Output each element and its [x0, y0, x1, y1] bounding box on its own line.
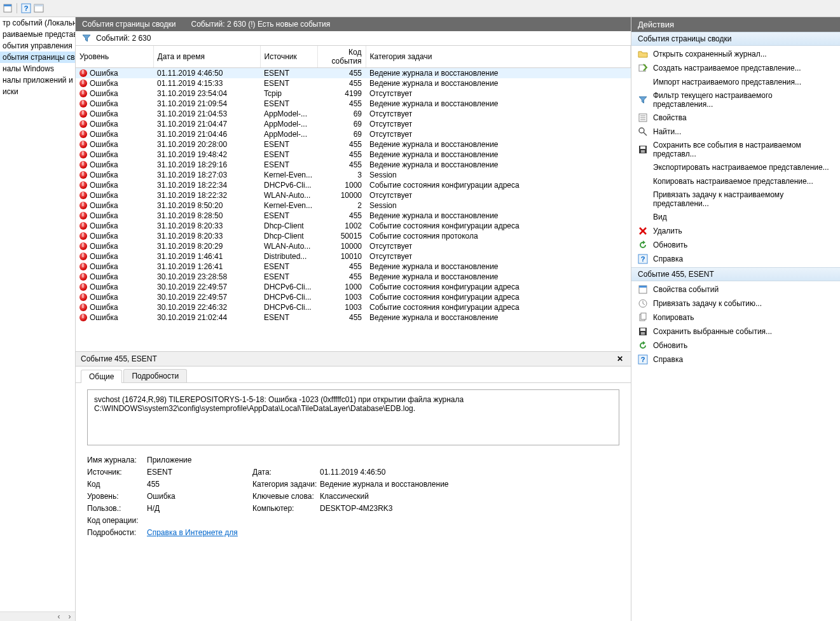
action-item[interactable]: Создать настраиваемое представление... — [634, 61, 837, 75]
event-row[interactable]: Ошибка31.10.2019 8:20:33Dhcp-Client1002С… — [76, 221, 631, 231]
file-icon[interactable] — [3, 3, 13, 13]
detail-title: Событие 455, ESENT — [81, 354, 157, 363]
event-row[interactable]: Ошибка31.10.2019 23:54:04Tcpip4199Отсутс… — [76, 88, 631, 99]
column-source[interactable]: Источник — [260, 46, 317, 68]
event-row[interactable]: Ошибка30.10.2019 22:49:57DHCPv6-Cli...10… — [76, 292, 631, 302]
action-item[interactable]: Привязать задачу к событию... — [634, 297, 837, 310]
action-item[interactable]: Свойства — [634, 111, 837, 125]
task-cell: Событие состояния конфигурации адреса — [366, 221, 631, 231]
code-cell: 455 — [317, 78, 366, 88]
event-row[interactable]: Ошибка01.11.2019 4:46:50ESENT455Ведение … — [76, 68, 631, 79]
scroll-right-icon[interactable]: › — [64, 612, 75, 621]
tab-details[interactable]: Подробности — [123, 369, 187, 382]
event-row[interactable]: Ошибка31.10.2019 18:27:03Kernel-Even...3… — [76, 170, 631, 180]
action-label: Найти... — [653, 127, 681, 136]
action-item[interactable]: Копировать — [634, 310, 837, 324]
action-item[interactable]: Вид — [634, 210, 837, 224]
source-cell: WLAN-Auto... — [260, 190, 317, 200]
source-cell: AppModel-... — [260, 109, 317, 119]
error-icon — [79, 161, 87, 169]
event-row[interactable]: Ошибка30.10.2019 22:49:57DHCPv6-Cli...10… — [76, 282, 631, 292]
action-item[interactable]: Обновить — [634, 238, 837, 252]
level-value: Ошибка — [147, 492, 249, 501]
tree-item[interactable]: иски — [0, 86, 75, 97]
event-row[interactable]: Ошибка30.10.2019 22:46:32DHCPv6-Cli...10… — [76, 302, 631, 312]
filter-count: Событий: 2 630 — [96, 34, 151, 43]
action-label: Сохранить выбранные события... — [653, 327, 772, 336]
tree-item[interactable]: раиваемые представл — [0, 29, 75, 40]
event-row[interactable]: Ошибка01.11.2019 4:15:33ESENT455Ведение … — [76, 78, 631, 88]
tree-item[interactable]: налы Windows — [0, 63, 75, 74]
action-item[interactable]: Фильтр текущего настраиваемого представл… — [634, 89, 837, 111]
online-help-link[interactable]: Справка в Интернете для — [147, 528, 238, 537]
action-item[interactable]: Сохранить выбранные события... — [634, 324, 837, 338]
level-text: Ошибка — [90, 69, 118, 78]
task-cell: Отсутствует — [366, 109, 631, 119]
tree-horizontal-scrollbar[interactable]: ‹ › — [0, 611, 75, 621]
tab-general[interactable]: Общие — [81, 370, 122, 383]
action-item[interactable]: Экспортировать настраиваемое представлен… — [634, 160, 837, 174]
action-item[interactable]: Импорт настраиваемого представления... — [634, 75, 837, 89]
action-item[interactable]: Привязать задачу к настраиваемому предст… — [634, 188, 837, 210]
action-item[interactable]: Сохранить все события в настраиваемом пр… — [634, 139, 837, 160]
event-row[interactable]: Ошибка31.10.2019 18:22:34DHCPv6-Cli...10… — [76, 180, 631, 190]
event-row[interactable]: Ошибка31.10.2019 8:50:20Kernel-Even...2S… — [76, 200, 631, 211]
blank — [638, 162, 648, 172]
scroll-left-icon[interactable]: ‹ — [53, 612, 64, 621]
filter-bar: Событий: 2 630 — [76, 31, 631, 46]
event-row[interactable]: Ошибка31.10.2019 8:20:33Dhcp-Client50015… — [76, 231, 631, 241]
action-item[interactable]: Обновить — [634, 338, 837, 352]
event-row[interactable]: Ошибка30.10.2019 23:28:58ESENT455Ведение… — [76, 272, 631, 282]
svg-rect-14 — [640, 146, 645, 149]
event-row[interactable]: Ошибка31.10.2019 1:26:41ESENT455Ведение … — [76, 262, 631, 272]
event-row[interactable]: Ошибка31.10.2019 8:28:50ESENT455Ведение … — [76, 211, 631, 221]
task-cell: Ведение журнала и восстановление — [366, 211, 631, 221]
action-item[interactable]: Открыть сохраненный журнал... — [634, 47, 837, 61]
event-row[interactable]: Ошибка30.10.2019 21:02:44ESENT455Ведение… — [76, 312, 631, 323]
event-row[interactable]: Ошибка31.10.2019 21:04:46AppModel-...69О… — [76, 129, 631, 139]
event-row[interactable]: Ошибка31.10.2019 18:22:32WLAN-Auto...100… — [76, 190, 631, 200]
action-label: Обновить — [653, 241, 687, 249]
event-row[interactable]: Ошибка31.10.2019 19:48:42ESENT455Ведение… — [76, 150, 631, 160]
event-row[interactable]: Ошибка31.10.2019 20:28:00ESENT455Ведение… — [76, 139, 631, 150]
tree-item[interactable]: обытия управления — [0, 40, 75, 52]
source-cell: Distributed... — [260, 251, 317, 262]
action-item[interactable]: Копировать настраиваемое представление..… — [634, 174, 837, 188]
action-item[interactable]: ?Справка — [634, 252, 837, 266]
action-item[interactable]: Найти... — [634, 125, 837, 139]
event-row[interactable]: Ошибка31.10.2019 8:20:29WLAN-Auto...1000… — [76, 241, 631, 251]
date-cell: 30.10.2019 23:28:58 — [153, 272, 260, 282]
filter-icon[interactable] — [82, 34, 91, 43]
level-text: Ошибка — [90, 181, 118, 190]
svg-rect-1 — [4, 4, 11, 6]
action-label: Копировать — [653, 313, 694, 322]
help-icon[interactable]: ? — [21, 3, 31, 13]
tree-item[interactable]: тр событий (Локальны — [0, 17, 75, 29]
error-icon — [79, 222, 87, 230]
svg-text:?: ? — [641, 356, 645, 363]
event-row[interactable]: Ошибка31.10.2019 21:09:54ESENT455Ведение… — [76, 99, 631, 109]
actions-section-view: События страницы сводки — [631, 32, 840, 46]
column-date[interactable]: Дата и время — [153, 46, 260, 68]
level-label: Уровень: — [87, 492, 143, 501]
window-icon[interactable] — [34, 3, 44, 13]
column-code[interactable]: Код события — [317, 46, 366, 68]
action-item[interactable]: ?Справка — [634, 352, 837, 366]
column-level[interactable]: Уровень — [76, 46, 153, 68]
event-row[interactable]: Ошибка31.10.2019 21:04:47AppModel-...69О… — [76, 119, 631, 129]
level-text: Ошибка — [90, 283, 118, 291]
event-row[interactable]: Ошибка31.10.2019 21:04:53AppModel-...69О… — [76, 109, 631, 119]
event-row[interactable]: Ошибка31.10.2019 1:46:41Distributed...10… — [76, 251, 631, 262]
action-label: Открыть сохраненный журнал... — [653, 50, 767, 59]
action-item[interactable]: Удалить — [634, 224, 837, 238]
close-icon[interactable]: ✕ — [614, 354, 626, 363]
event-row[interactable]: Ошибка31.10.2019 18:29:16ESENT455Ведение… — [76, 160, 631, 170]
action-label: Обновить — [653, 341, 687, 350]
event-grid[interactable]: Уровень Дата и время Источник Код событи… — [76, 46, 631, 351]
action-item[interactable]: Свойства событий — [634, 283, 837, 297]
column-task[interactable]: Категория задачи — [366, 46, 631, 68]
tree-item[interactable]: обытия страницы сво — [0, 52, 75, 63]
date-cell: 31.10.2019 18:27:03 — [153, 170, 260, 180]
source-cell: DHCPv6-Cli... — [260, 292, 317, 302]
tree-item[interactable]: налы приложений и сл — [0, 74, 75, 86]
